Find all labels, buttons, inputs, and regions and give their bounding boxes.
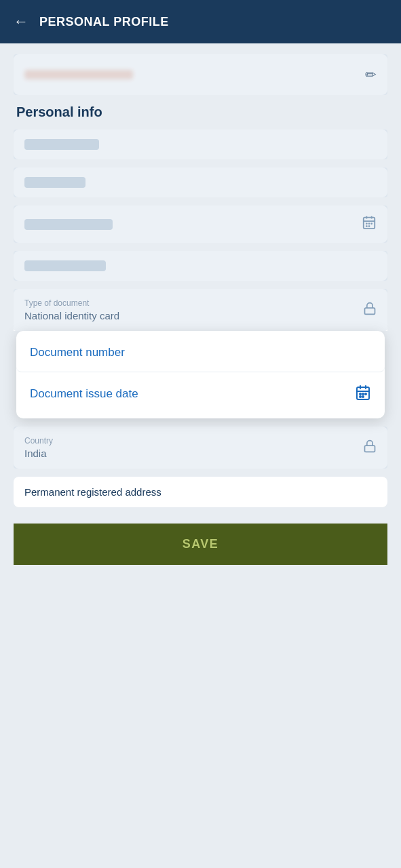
document-number-label: Document number — [30, 346, 125, 359]
document-number-field[interactable]: Document number — [16, 334, 385, 372]
personal-field-2 — [14, 167, 387, 197]
name-blur-bar — [24, 70, 133, 79]
calendar-icon-1 — [362, 215, 377, 233]
personal-field-3 — [14, 205, 387, 243]
calendar-icon-issue-date — [355, 384, 371, 403]
document-type-label: Type of document — [24, 298, 119, 308]
svg-point-14 — [360, 393, 361, 395]
country-label: Country — [24, 436, 53, 446]
country-value: India — [24, 448, 53, 459]
permanent-address-field[interactable]: Permanent registered address — [14, 477, 387, 507]
svg-rect-19 — [365, 446, 375, 452]
blur-bar-4 — [24, 260, 106, 271]
svg-point-17 — [360, 396, 361, 397]
document-type-value: National identity card — [24, 310, 119, 321]
personal-field-4 — [14, 251, 387, 281]
blur-bar-1 — [24, 139, 99, 150]
svg-point-18 — [362, 396, 364, 397]
blur-bar-3 — [24, 219, 113, 230]
highlight-panel: Document number Document issue date — [16, 331, 385, 418]
save-button[interactable]: SAVE — [14, 524, 387, 565]
main-content: ✏ Personal info — [0, 43, 401, 576]
svg-rect-9 — [365, 308, 375, 314]
header: ← PERSONAL PROFILE — [0, 0, 401, 43]
permanent-address-label: Permanent registered address — [24, 486, 161, 498]
document-type-field: Type of document National identity card — [14, 289, 387, 331]
blur-bar-2 — [24, 177, 85, 188]
lock-icon-document-type — [363, 302, 377, 319]
lock-icon-country — [363, 439, 377, 456]
country-field: Country India — [14, 427, 387, 469]
document-issue-date-label: Document issue date — [30, 387, 138, 401]
svg-point-15 — [362, 393, 364, 395]
svg-point-16 — [365, 393, 366, 395]
personal-info-heading: Personal info — [16, 104, 387, 120]
edit-icon[interactable]: ✏ — [365, 66, 377, 83]
back-button[interactable]: ← — [14, 13, 28, 31]
page-title: PERSONAL PROFILE — [39, 15, 169, 29]
personal-field-1 — [14, 130, 387, 159]
document-issue-date-field[interactable]: Document issue date — [16, 372, 385, 416]
name-card: ✏ — [14, 54, 387, 95]
